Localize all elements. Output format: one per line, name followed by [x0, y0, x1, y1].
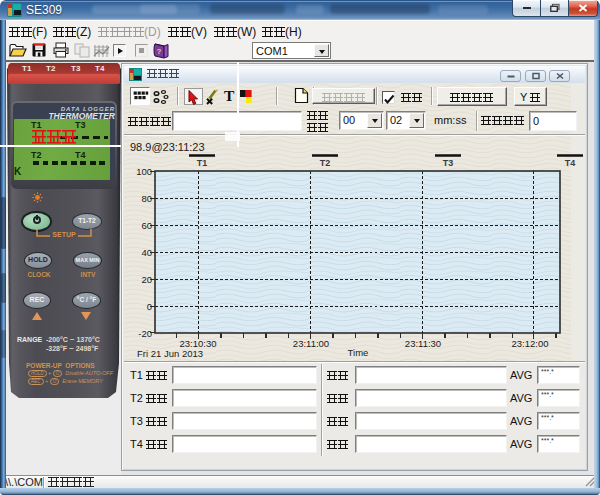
svg-text:80: 80	[141, 193, 152, 204]
svg-text:0: 0	[147, 301, 152, 312]
svg-text:T4: T4	[565, 158, 576, 168]
svg-text:98.9@23:11:23: 98.9@23:11:23	[130, 141, 205, 153]
svg-text:100: 100	[136, 166, 152, 177]
svg-text:T1: T1	[197, 158, 208, 168]
svg-text:SETUP: SETUP	[52, 231, 76, 238]
svg-text:60: 60	[141, 220, 152, 231]
svg-text:Fri 21 Jun 2013: Fri 21 Jun 2013	[137, 348, 203, 359]
svg-text:20: 20	[141, 274, 152, 285]
svg-text:23:11:00: 23:11:00	[293, 338, 329, 349]
svg-text:T3: T3	[443, 158, 454, 168]
svg-text:Time: Time	[348, 347, 369, 358]
svg-text:-20: -20	[138, 328, 152, 339]
svg-text:?: ?	[157, 47, 162, 56]
svg-text:T2: T2	[320, 158, 331, 168]
svg-text:40: 40	[141, 247, 152, 258]
svg-text:23:12:00: 23:12:00	[512, 338, 549, 349]
svg-text:23:11:30: 23:11:30	[405, 338, 441, 349]
